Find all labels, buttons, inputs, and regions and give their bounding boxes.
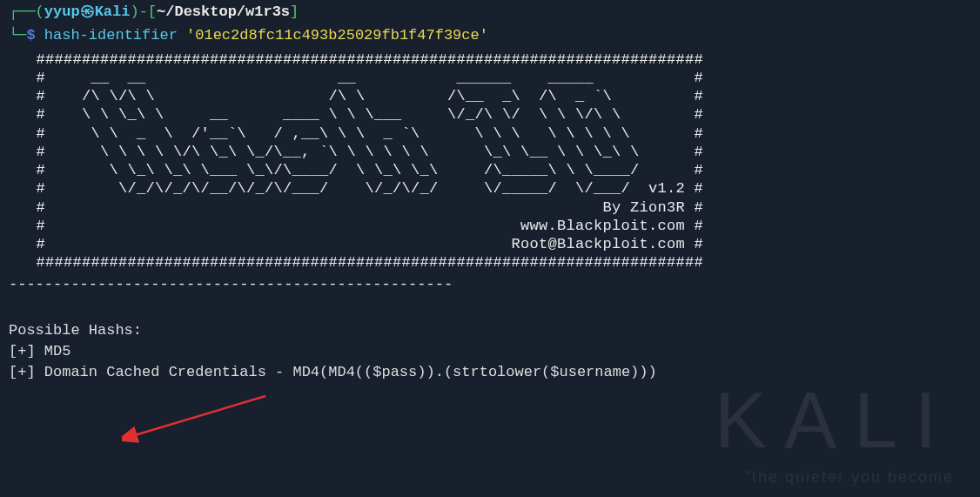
prompt-dollar: $ [26, 27, 35, 44]
prompt-close: )-[ [130, 3, 157, 20]
svg-line-1 [135, 396, 265, 435]
prompt-open: ┌──( [9, 3, 44, 20]
prompt-prefix: └─ [9, 27, 26, 44]
separator: ----------------------------------------… [9, 274, 971, 295]
kali-watermark: KALI "the quieter you become [715, 366, 954, 488]
ascii-banner: ########################################… [9, 50, 971, 272]
command-name: hash-identifier [44, 27, 178, 44]
annotation-arrow [122, 392, 270, 444]
prompt-line-1: ┌──(yyup㉿Kali)-[~/Desktop/w1r3s] [9, 2, 971, 23]
prompt-line-2[interactable]: └─$ hash-identifier '01ec2d8fc11c493b250… [9, 25, 971, 46]
possible-hashes-label: Possible Hashs: [9, 320, 971, 341]
hash-result-dcc: [+] Domain Cached Credentials - MD4(MD4(… [9, 362, 971, 383]
prompt-end: ] [290, 3, 299, 20]
command-argument: '01ec2d8fc11c493b25029fb1f47f39ce' [186, 27, 488, 44]
hash-result-md5: [+] MD5 [9, 341, 971, 362]
prompt-path: ~/Desktop/w1r3s [157, 3, 290, 20]
prompt-user: yyup [44, 3, 80, 20]
prompt-host: Kali [95, 3, 131, 20]
kali-icon: ㉿ [80, 3, 95, 20]
watermark-small: "the quieter you become [715, 467, 954, 488]
